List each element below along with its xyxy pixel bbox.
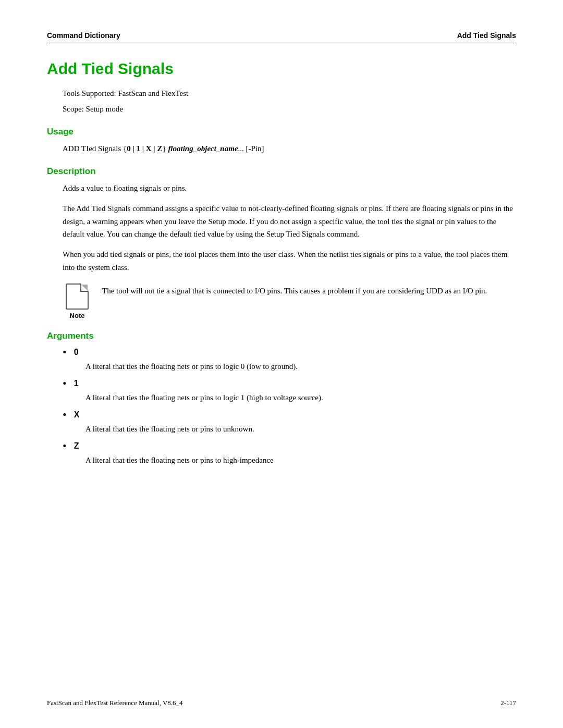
arg-description: A literal that ties the floating nets or… <box>85 360 516 373</box>
section-heading-description: Description <box>47 166 516 177</box>
bullet-icon: • <box>63 409 67 421</box>
description-para3: When you add tied signals or pins, the t… <box>63 248 516 274</box>
header-right: Add Tied Signals <box>457 31 516 40</box>
description-para1: Adds a value to floating signals or pins… <box>63 182 516 195</box>
arg-item: •XA literal that ties the floating nets … <box>47 409 516 435</box>
arg-name: Z <box>74 441 79 451</box>
description-para2: The Add Tied Signals command assigns a s… <box>63 202 516 241</box>
note-box: Note The tool will not tie a signal that… <box>63 283 500 319</box>
usage-options: 0 | 1 | X | Z <box>127 144 162 153</box>
usage-prefix: ADD TIed Signals { <box>63 144 127 153</box>
section-heading-arguments: Arguments <box>47 331 516 341</box>
page-footer: FastScan and FlexTest Reference Manual, … <box>47 699 516 707</box>
header-left: Command Dictionary <box>47 31 120 40</box>
arg-bullet-row: •X <box>63 409 516 421</box>
arg-name: 0 <box>74 348 79 357</box>
usage-param: floating_object_name <box>168 144 238 153</box>
arg-description: A literal that ties the floating nets or… <box>85 454 516 466</box>
arg-name: X <box>74 410 80 419</box>
page-title: Add Tied Signals <box>47 60 516 78</box>
page: Command Dictionary Add Tied Signals Add … <box>0 0 563 513</box>
arg-name: 1 <box>74 379 79 388</box>
note-icon-wrap: Note <box>63 283 92 319</box>
footer-left: FastScan and FlexTest Reference Manual, … <box>47 699 183 707</box>
arg-bullet-row: •0 <box>63 347 516 358</box>
meta-scope: Scope: Setup mode <box>63 103 516 115</box>
arg-bullet-row: •Z <box>63 440 516 452</box>
section-heading-usage: Usage <box>47 127 516 137</box>
usage-ellipsis: ... [-Pin] <box>238 144 264 153</box>
note-label: Note <box>70 312 85 319</box>
arg-item: •ZA literal that ties the floating nets … <box>47 440 516 466</box>
meta-tools: Tools Supported: FastScan and FlexTest <box>63 87 516 100</box>
bullet-icon: • <box>63 378 67 389</box>
bullet-icon: • <box>63 440 67 452</box>
footer-right: 2-117 <box>500 699 516 707</box>
arg-description: A literal that ties the floating nets or… <box>85 391 516 404</box>
note-icon <box>66 283 89 310</box>
arg-bullet-row: •1 <box>63 378 516 389</box>
arg-item: •1A literal that ties the floating nets … <box>47 378 516 404</box>
usage-line: ADD TIed Signals {0 | 1 | X | Z} floatin… <box>63 142 516 155</box>
page-header: Command Dictionary Add Tied Signals <box>47 31 516 43</box>
note-text: The tool will not tie a signal that is c… <box>102 283 487 297</box>
arg-description: A literal that ties the floating nets or… <box>85 423 516 435</box>
usage-suffix: } <box>162 144 168 153</box>
bullet-icon: • <box>63 347 67 358</box>
arguments-list: •0A literal that ties the floating nets … <box>47 347 516 466</box>
arg-item: •0A literal that ties the floating nets … <box>47 347 516 373</box>
